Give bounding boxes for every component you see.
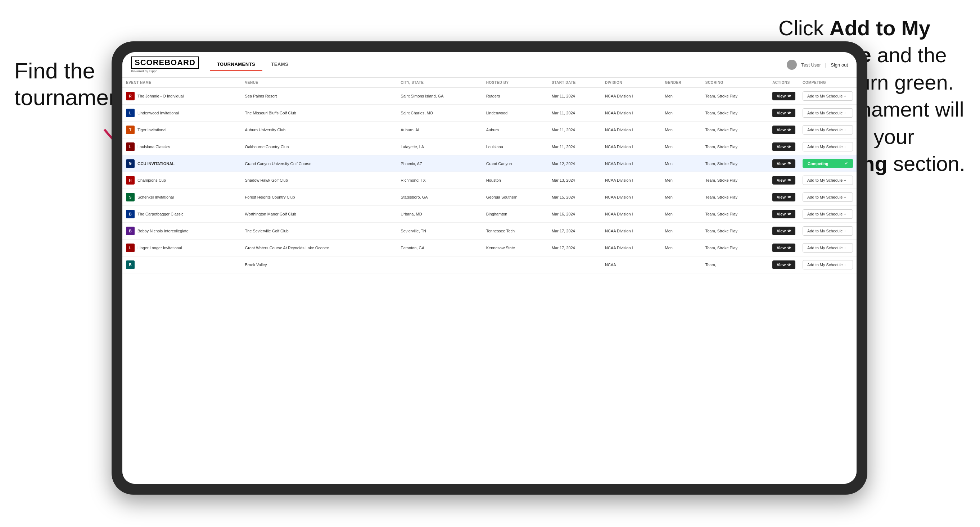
annotation-left-line1: Find the	[14, 58, 95, 83]
competing-cell: Competing ✓	[799, 156, 857, 172]
event-name-cell: B The Carpetbagger Classic	[123, 206, 242, 223]
city-state-cell: Phoenix, AZ	[397, 156, 482, 172]
start-date-cell: Mar 12, 2024	[548, 156, 601, 172]
add-schedule-label: Add to My Schedule +	[807, 263, 846, 267]
user-avatar	[787, 60, 797, 70]
table-row: B Bobby Nichols Intercollegiate The Sevi…	[123, 223, 857, 240]
add-schedule-label: Add to My Schedule +	[807, 94, 846, 98]
scoring-cell: Team, Stroke Play	[702, 138, 769, 156]
add-to-schedule-button[interactable]: Add to My Schedule +	[803, 226, 853, 236]
venue-cell: The Missouri Bluffs Golf Club	[242, 105, 397, 122]
add-schedule-label: Add to My Schedule +	[807, 212, 846, 216]
add-to-schedule-button[interactable]: Add to My Schedule +	[803, 142, 853, 151]
add-to-schedule-button[interactable]: Add to My Schedule +	[803, 243, 853, 252]
hosted-by-cell: Georgia Southern	[483, 189, 548, 206]
hosted-by-cell	[483, 257, 548, 273]
hosted-by-cell: Auburn	[483, 122, 548, 138]
actions-cell: View 👁	[769, 105, 799, 122]
add-to-schedule-button[interactable]: Add to My Schedule +	[803, 210, 853, 219]
venue-cell: Sea Palms Resort	[242, 88, 397, 105]
add-to-schedule-button[interactable]: Add to My Schedule +	[803, 108, 853, 117]
event-name: Schenkel Invitational	[137, 195, 174, 199]
view-button[interactable]: View 👁	[772, 109, 795, 117]
table-row: H Champions Cup Shadow Hawk Golf ClubRic…	[123, 172, 857, 189]
venue-cell: Grand Canyon University Golf Course	[242, 156, 397, 172]
add-to-schedule-button[interactable]: Add to My Schedule +	[803, 91, 853, 101]
view-button[interactable]: View 👁	[772, 143, 795, 151]
event-name: Louisiana Classics	[137, 144, 170, 149]
division-cell: NCAA Division I	[601, 223, 662, 240]
col-city-state: CITY, STATE	[397, 78, 482, 88]
tab-teams[interactable]: TEAMS	[264, 59, 296, 71]
checkmark-icon: ✓	[845, 161, 848, 166]
table-row: L Louisiana Classics Oakbourne Country C…	[123, 138, 857, 156]
add-to-schedule-button[interactable]: Add to My Schedule +	[803, 260, 853, 270]
gender-cell: Men	[662, 122, 702, 138]
add-schedule-label: Add to My Schedule +	[807, 229, 846, 233]
add-to-schedule-button[interactable]: Add to My Schedule +	[803, 192, 853, 202]
division-cell: NCAA Division I	[601, 206, 662, 223]
actions-cell: View 👁	[769, 122, 799, 138]
event-name-cell: S Schenkel Invitational	[123, 189, 242, 206]
add-schedule-label: Add to My Schedule +	[807, 144, 846, 149]
add-to-schedule-button[interactable]: Add to My Schedule +	[803, 176, 853, 185]
event-name: Lindenwood Invitational	[137, 111, 179, 115]
hosted-by-cell: Kennesaw State	[483, 240, 548, 257]
separator: |	[825, 62, 826, 68]
table-container: EVENT NAME VENUE CITY, STATE HOSTED BY S…	[123, 78, 857, 484]
eye-icon: 👁	[788, 212, 791, 216]
event-name: GCU INVITATIONAL	[137, 162, 175, 166]
event-name-cell: B Bobby Nichols Intercollegiate	[123, 223, 242, 240]
team-logo: B	[126, 260, 135, 269]
team-logo: T	[126, 125, 135, 134]
venue-cell: Oakbourne Country Club	[242, 138, 397, 156]
hosted-by-cell: Binghamton	[483, 206, 548, 223]
col-start-date: START DATE	[548, 78, 601, 88]
eye-icon: 👁	[788, 94, 791, 98]
city-state-cell: Lafayette, LA	[397, 138, 482, 156]
logo-text: SCOREBOARD	[131, 57, 199, 69]
col-scoring: SCORING	[702, 78, 769, 88]
venue-cell: Forest Heights Country Club	[242, 189, 397, 206]
hosted-by-cell: Grand Canyon	[483, 156, 548, 172]
hosted-by-cell: Rutgers	[483, 88, 548, 105]
start-date-cell: Mar 15, 2024	[548, 189, 601, 206]
actions-cell: View 👁	[769, 189, 799, 206]
gender-cell: Men	[662, 156, 702, 172]
venue-cell: Worthington Manor Golf Club	[242, 206, 397, 223]
col-event-name: EVENT NAME	[123, 78, 242, 88]
view-button[interactable]: View 👁	[772, 260, 795, 269]
competing-label: Competing	[808, 162, 828, 166]
competing-cell: Add to My Schedule +	[799, 88, 857, 105]
table-row: L Lindenwood Invitational The Missouri B…	[123, 105, 857, 122]
venue-cell: Brook Valley	[242, 257, 397, 273]
view-button[interactable]: View 👁	[772, 227, 795, 235]
tab-tournaments[interactable]: TOURNAMENTS	[210, 59, 262, 71]
device-screen: SCOREBOARD Powered by clippd TOURNAMENTS…	[123, 52, 857, 484]
eye-icon: 👁	[788, 229, 791, 233]
competing-button[interactable]: Competing ✓	[803, 159, 853, 168]
eye-icon: 👁	[788, 246, 791, 250]
device-frame: SCOREBOARD Powered by clippd TOURNAMENTS…	[111, 41, 867, 495]
city-state-cell: Saint Charles, MO	[397, 105, 482, 122]
view-button[interactable]: View 👁	[772, 210, 795, 218]
gender-cell: Men	[662, 206, 702, 223]
start-date-cell	[548, 257, 601, 273]
view-button[interactable]: View 👁	[772, 193, 795, 202]
team-logo: H	[126, 176, 135, 184]
view-button[interactable]: View 👁	[772, 92, 795, 100]
view-button[interactable]: View 👁	[772, 243, 795, 252]
division-cell: NCAA	[601, 257, 662, 273]
eye-icon: 👁	[788, 195, 791, 199]
event-name: Tiger Invitational	[137, 128, 166, 132]
view-button[interactable]: View 👁	[772, 176, 795, 184]
add-to-schedule-button[interactable]: Add to My Schedule +	[803, 125, 853, 135]
view-button[interactable]: View 👁	[772, 159, 795, 168]
view-button[interactable]: View 👁	[772, 125, 795, 134]
division-cell: NCAA Division I	[601, 138, 662, 156]
sign-out-link[interactable]: Sign out	[830, 62, 848, 68]
table-body: R The Johnnie - O Individual Sea Palms R…	[123, 88, 857, 273]
event-name-cell: B	[123, 257, 242, 273]
table-row: S Schenkel Invitational Forest Heights C…	[123, 189, 857, 206]
city-state-cell: Auburn, AL	[397, 122, 482, 138]
